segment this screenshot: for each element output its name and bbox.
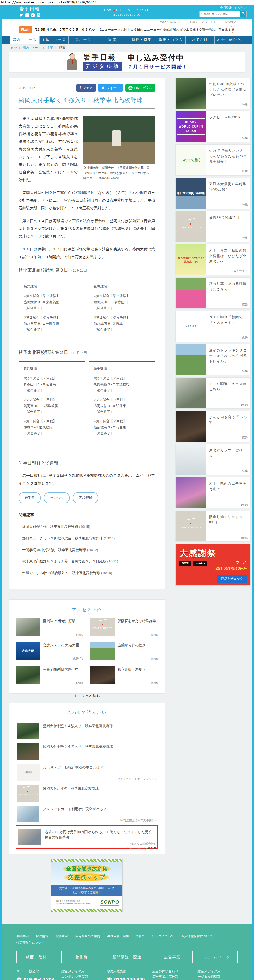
- sidebar-item-ilc[interactable]: ＩＬＣ関連ニュースはこちら10/16: [176, 377, 251, 409]
- sidebar-banner-shinsai8[interactable]: 東日本大震災 8年特集東日本大震災８年特集 “碑の記憶”特集: [176, 178, 251, 209]
- footer-link-recruit[interactable]: 採用情報: [36, 934, 48, 938]
- youtube-icon[interactable]: ▸: [31, 13, 35, 17]
- line-share-button[interactable]: LINELINEで送る: [125, 84, 155, 92]
- check-products-button[interactable]: 商品をチェック: [217, 575, 247, 583]
- ad-info-icon[interactable]: i: [80, 657, 83, 660]
- facebook-share-button[interactable]: fシェア: [77, 84, 96, 92]
- breadcrumb-local-news[interactable]: 県内ニュース: [23, 46, 41, 49]
- ranking-item[interactable]: IWATE NIPPO警察官をかたり特殊詐欺10/15: [90, 618, 158, 636]
- sidebar-banner-navitabi[interactable]: 観光情報は「なびたび北東北」で!岩手、青森、秋田の観光情報は「なびたび北東北」へ…: [176, 244, 251, 275]
- related-link[interactable]: 盛岡大付が４強 秋季東北高校野球(10/15): [22, 523, 155, 530]
- sidebar-item-gan[interactable]: がんと向き合う「いわて」広告: [176, 410, 251, 442]
- ranking-item[interactable]: 孤立集落、泥覆う10/15: [90, 667, 158, 685]
- sidebar-banner-autumn-flowers[interactable]: 秋の紅葉・花の見頃情報はこちら広告: [176, 277, 251, 309]
- recommend-pr-item[interactable]: クレジットカード利用者に現金が戻る？PR(司法書士法人中央事務所): [16, 804, 158, 824]
- site-logo[interactable]: 岩手日報: [19, 6, 40, 12]
- sidebar-item-kerosene[interactable]: IWATE NIPPO配達灯油１リットル～89円10/16: [176, 511, 251, 542]
- tag-senbatsu[interactable]: センバツ: [44, 492, 70, 504]
- footer-box-adbusiness[interactable]: 広告事業: [152, 951, 192, 964]
- tag-iwate[interactable]: 岩手県: [19, 492, 41, 504]
- ranking-ad-item[interactable]: 大蔵大臣会計システム 大蔵大臣広告i: [16, 642, 83, 661]
- recommend-item[interactable]: 盛岡大付手堅く４強入り 秋季東北高校野球: [16, 721, 158, 741]
- nav-tab-column[interactable]: 論説・コラム: [156, 36, 185, 44]
- twitter-share-button[interactable]: ツイート: [98, 84, 123, 92]
- recommend-item[interactable]: 盛岡大付手堅く４強入り 秋季東北高校野球: [16, 741, 158, 762]
- search-icon: [241, 12, 245, 16]
- login-link[interactable]: ログイン: [235, 6, 246, 9]
- nav-tab-local-news[interactable]: 県内ニュース: [10, 36, 39, 44]
- footer-link-adrates[interactable]: 広告料金のご案内: [75, 934, 100, 938]
- sidebar-banner-work-in-iwate[interactable]: いわてで働くいわてで働きたい人、そんなあなたを待つ企業を紹介！広告: [176, 144, 251, 175]
- uzou-credit[interactable]: Recommended byUZOU: [126, 846, 158, 850]
- breadcrumb-major[interactable]: 主要: [47, 46, 53, 49]
- social-icons: f ▸ ◎: [19, 13, 40, 17]
- footer-box-shimen[interactable]: 紙面、取材: [16, 951, 56, 964]
- nav-tab-from-iwatenippo[interactable]: 岩手日報から: [214, 36, 244, 44]
- nav-tab-sports[interactable]: スポーツ: [69, 36, 97, 44]
- related-link[interactable]: 台風で12、13日の試合順延へ 秋季東北高校野球(10/10): [22, 570, 155, 577]
- ad-title: 大感謝祭: [179, 548, 217, 559]
- sidebar-banner-tsukushi[interactable]: 連載1500回突破！つくしさん特集（素敵なプレゼント）特集: [176, 78, 251, 109]
- footer-link-applications[interactable]: 各種申請・後援・二次利用: [107, 934, 145, 938]
- related-link[interactable]: 秋季東北高校野球きょう開幕 台風で第２、３日延期(10/11): [22, 558, 155, 565]
- phone-number[interactable]: ☎0120-240-840: [107, 975, 147, 980]
- banner-thumbnail: 東日本大震災 8年特集: [176, 178, 206, 208]
- daikanshasai-ad-banner[interactable]: 大感謝祭 NIKE adidas ウェア 40-30%OFF 商品をチェック: [176, 544, 251, 585]
- search-input[interactable]: [200, 11, 240, 16]
- footer-link-company[interactable]: 会社案内: [16, 934, 29, 938]
- ranking-item[interactable]: 室蘭から絆の給水10/16: [90, 642, 158, 661]
- instagram-icon[interactable]: ◎: [37, 13, 40, 17]
- search-button[interactable]: [240, 11, 246, 16]
- recommend-item[interactable]: IWATE NIPPO盛岡大付が４強 秋季東北高校野球: [16, 783, 158, 804]
- quick-link-database[interactable]: 記事データベース＞: [186, 21, 217, 24]
- footer-link-toukou[interactable]: 投稿規定: [56, 934, 68, 938]
- nav-tab-national-news[interactable]: 全国ニュース: [39, 36, 69, 44]
- game-result: ▽第２試合【２回戦】鶴岡東 10－0 福島成蹊［試合終了］: [24, 397, 80, 415]
- quick-link-adrates[interactable]: 広告料金＞: [221, 21, 240, 24]
- brand-logo[interactable]: IWTE NIPPO 2019.10.17. 木: [104, 8, 150, 17]
- ticker-text[interactable]: [22:55] ＮＹ株、２万７００５・０５ドル 【ニューヨーク共同】１６日のニュ…: [32, 26, 234, 33]
- digital-edition-banner-ad[interactable]: 岩手日報 デジタル版 申し込み受付中 ７月１日サービス開始！: [8, 52, 246, 73]
- header-quick-links: Webアルバム＞ 記事データベース＞ 広告料金＞: [2, 19, 252, 24]
- footer-link-about-links[interactable]: リンクについて: [152, 934, 174, 938]
- tag-koukouyakyu[interactable]: 高校野球: [73, 492, 98, 504]
- quick-link-webalbum[interactable]: Webアルバム＞: [157, 21, 181, 24]
- footer-box-subscribe[interactable]: 新聞購読・配達: [107, 951, 147, 964]
- article-thumbnail: [176, 378, 206, 408]
- register-link[interactable]: 会員登録: [220, 6, 232, 9]
- related-link[interactable]: 一関学院 集中打８強 秋季東北高校野球(10/12): [22, 546, 155, 554]
- phone-number[interactable]: ☎019-654-1208: [16, 975, 56, 980]
- breadcrumb-top[interactable]: TOP: [11, 46, 16, 49]
- footer-links: 会社案内採用情報投稿規定広告料金のご案内各種申請・後援・二次利用リンクについて個…: [2, 933, 252, 946]
- sidebar-item-photo-news[interactable]: 岩手、県内の出来事を写真で10/16: [176, 477, 251, 509]
- footer-link-privacy[interactable]: 個人情報保護について: [181, 934, 212, 938]
- related-link[interactable]: 熱戦再開、きょう２回戦６試合 秋季東北高校野球(10/14): [22, 535, 155, 542]
- recommend-pr-item[interactable]: 退職願ぶっちゃけ！転職経験者の本音とは？PR(リクルートエージェント): [16, 762, 158, 783]
- banner-paper-name: 岩手日報: [83, 54, 122, 61]
- ranking-item[interactable]: 三鉄全面復旧見通せず10/16: [16, 667, 83, 685]
- footer-box-copyright[interactable]: 著作権: [61, 951, 102, 964]
- magnifier-icon[interactable]: [83, 166, 86, 171]
- sidebar-banner-rugby[interactable]: RUGBY WORLD CUP IN JAPANラグビーＷ杯2019特集: [176, 111, 251, 142]
- recommend-pr-item-highlighted[interactable]: 老後2000万円は元手30万円から作る。30代でセミリタイアした元公務員の投資手…: [16, 826, 158, 849]
- nike-logo: NIKE: [179, 561, 191, 566]
- contact-digital: 総合メディア局デジタル戦略部 center@iwate-np.co.jp ✉: [198, 969, 238, 980]
- facebook-icon: f: [80, 86, 81, 90]
- sidebar-banner-typhoon19[interactable]: IWATE NIPPO台風19号関連情報特集: [176, 211, 251, 242]
- game-result: ▽第２試合【２回戦】盛岡大付 3－0 弘前東［試合終了］: [94, 397, 150, 415]
- nav-tab-series[interactable]: 連載・特集: [127, 36, 156, 44]
- nav-tab-disaster[interactable]: 防 災: [97, 36, 127, 44]
- ranking-item[interactable]: 復興途上 田老に打撃10/16: [16, 618, 83, 636]
- footer-box-homepage[interactable]: ホームページ: [198, 951, 238, 964]
- sidebar-item-tohoku-cup[interactable]: 東北絆カップ「雪ベル」特集: [176, 444, 251, 475]
- article-photo[interactable]: [83, 116, 155, 164]
- sidebar-banner-nie[interactable]: ＮＩＥ調査ＮＩＥ調査「新聞でリ・スタート」広告: [176, 311, 251, 342]
- facebook-icon[interactable]: f: [25, 13, 29, 17]
- game-result: ▽第１試合【２回戦】青森山田 1－0 仙台商［試合終了］: [24, 375, 80, 393]
- nav-tab-odekake[interactable]: おでかけ: [185, 36, 214, 44]
- sonpo-ad-banner[interactable]: 全国交通事故多発 交差点マップ 交差点ごとの特徴や事故の状況・要因についてわかり…: [51, 859, 123, 912]
- twitter-icon[interactable]: [19, 13, 23, 17]
- sidebar-banner-michinoku-trail[interactable]: 沿岸のトレッキングコースは「みちのく潮風トレイル」特集: [176, 344, 251, 375]
- read-more-button[interactable]: ＋もっと読む: [16, 692, 158, 699]
- footer-link-tokushoho[interactable]: 特定商取引について: [16, 941, 45, 944]
